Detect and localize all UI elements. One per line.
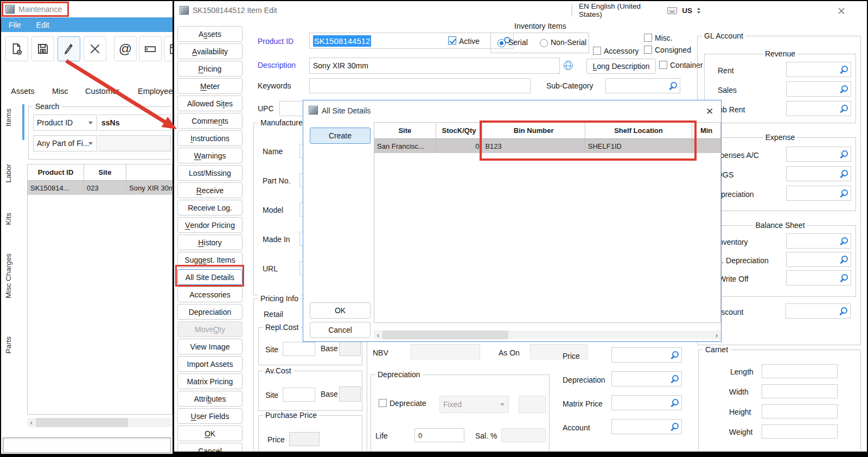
sidebar-button-allowed-sites[interactable]: Allowed Sites	[177, 96, 242, 111]
sidebar-button-depreciation[interactable]: Depreciation	[177, 304, 242, 320]
scroll-thumb[interactable]	[382, 331, 508, 339]
depreciate-checkbox[interactable]	[379, 399, 387, 407]
keywords-input[interactable]	[309, 78, 531, 93]
sidetab-parts[interactable]: Parts	[4, 337, 12, 354]
length-input[interactable]	[762, 364, 838, 378]
search-icon[interactable]	[670, 351, 679, 359]
scroll-left-arrow[interactable]: ‹	[27, 418, 36, 427]
sales-input[interactable]	[786, 81, 851, 97]
search-icon[interactable]	[839, 85, 848, 93]
sidetab-misc-charges[interactable]: Misc Charges	[4, 253, 12, 299]
col-description[interactable]: Description	[126, 164, 173, 180]
expense-depreciation-input[interactable]	[786, 186, 851, 201]
sidebar-button-matrix-pricing[interactable]: Matrix Pricing	[177, 373, 242, 389]
cancel-button[interactable]: Cancel	[310, 322, 371, 338]
description-input[interactable]: Sony XIR 30mm	[309, 58, 560, 74]
non-serial-radio[interactable]	[540, 39, 548, 47]
sidebar-button-receive-log[interactable]: Receive Log.	[177, 200, 242, 215]
tab-misc[interactable]: Misc	[52, 87, 68, 96]
av-cost-site-input[interactable]	[283, 388, 315, 402]
search-field-selector[interactable]: Product ID	[33, 115, 97, 131]
cogs-input[interactable]	[786, 166, 851, 181]
height-input[interactable]	[762, 404, 838, 418]
scroll-right-arrow[interactable]: ›	[712, 331, 721, 339]
product-id-input[interactable]: SK1508144512	[309, 33, 514, 49]
ok-button[interactable]: OK	[310, 302, 371, 319]
calendar-payment-button[interactable]: $	[164, 36, 173, 61]
search-match-mode[interactable]: Any Part of Fi...	[33, 135, 97, 151]
sidetab-kits[interactable]: Kits	[4, 213, 12, 225]
new-item-button[interactable]	[5, 36, 28, 61]
price-lookup-input[interactable]	[611, 347, 682, 363]
active-checkbox[interactable]	[448, 36, 456, 45]
menu-file[interactable]: File	[1, 21, 29, 29]
sidetab-labor[interactable]: Labor	[4, 164, 12, 183]
sidebar-button-accessories[interactable]: Accessories	[177, 287, 242, 302]
sidebar-button-ok[interactable]: OK	[177, 426, 242, 441]
tab-assets[interactable]: Assets	[11, 87, 35, 96]
sidebar-button-vendor-pricing[interactable]: Vendor Pricing	[177, 217, 242, 233]
sidebar-button-import-assets[interactable]: Import Assets	[177, 356, 242, 372]
menu-edit[interactable]: Edit	[29, 21, 57, 29]
sub-rent-input[interactable]	[786, 101, 851, 116]
search-icon[interactable]	[670, 398, 679, 407]
col-site[interactable]: Site	[84, 164, 126, 180]
language-bar[interactable]: EN English (United States) US	[571, 3, 700, 18]
sidebar-button-attributes[interactable]: Attributes	[177, 391, 242, 407]
sidebar-button-history[interactable]: History	[177, 234, 242, 250]
sidebar-button-lost-missing[interactable]: Lost/Missing	[177, 165, 242, 181]
sidebar-button-availability[interactable]: Availability	[177, 43, 242, 59]
scroll-left-arrow[interactable]: ‹	[374, 331, 382, 339]
weight-input[interactable]	[762, 424, 838, 439]
rent-input[interactable]	[786, 62, 851, 77]
sidebar-button-view-image[interactable]: View Image	[177, 339, 242, 354]
close-icon[interactable]: ✕	[837, 5, 846, 17]
close-icon[interactable]: ✕	[706, 106, 713, 117]
consigned-checkbox[interactable]	[644, 46, 652, 54]
sub-category-input[interactable]	[605, 78, 680, 93]
inventory-input[interactable]	[786, 233, 851, 249]
depreciation-method-select[interactable]: Fixed	[439, 396, 509, 413]
sidebar-button-user-fields[interactable]: User Fields	[177, 408, 242, 424]
search-icon[interactable]	[668, 81, 677, 90]
sidebar-button-receive[interactable]: Receive	[177, 182, 242, 198]
results-hscrollbar[interactable]: ‹	[27, 418, 173, 427]
sidebar-button-all-site-details[interactable]: All Site Details	[177, 269, 242, 285]
sidebar-button-comments[interactable]: Comments	[177, 113, 242, 129]
account-lookup-input[interactable]	[611, 419, 682, 434]
write-off-input[interactable]	[786, 270, 851, 285]
long-description-button[interactable]: Long Description	[586, 59, 656, 74]
search-icon[interactable]	[839, 65, 848, 74]
drag-handle[interactable]	[571, 4, 574, 16]
matrix-price-lookup-input[interactable]	[611, 395, 682, 410]
accessory-checkbox[interactable]	[593, 47, 601, 55]
sidebar-button-move-qty[interactable]: Move Qty	[177, 321, 242, 337]
life-input[interactable]: 0	[414, 428, 464, 442]
search-icon[interactable]	[839, 307, 847, 315]
tab-customer[interactable]: Customer	[85, 87, 119, 96]
container-checkbox[interactable]	[659, 61, 667, 69]
table-row[interactable]: San Francisc... 0 B123 SHELF1ID	[374, 139, 720, 153]
delete-button[interactable]	[84, 36, 106, 61]
text-field-button[interactable]	[139, 36, 162, 61]
search-query-input[interactable]: ssNs	[98, 115, 171, 131]
col-min[interactable]: Min	[692, 123, 720, 138]
search-icon[interactable]	[839, 274, 848, 282]
acc-depreciation-input[interactable]	[786, 252, 851, 267]
col-site[interactable]: Site	[374, 123, 436, 138]
sidetab-items[interactable]: Items	[4, 109, 12, 126]
create-button[interactable]: Create	[310, 128, 371, 144]
search-secondary-input[interactable]	[98, 135, 171, 151]
tab-employee[interactable]: Employee	[138, 87, 173, 96]
col-shelf-location[interactable]: Shelf Location	[585, 123, 692, 138]
search-icon[interactable]	[839, 104, 848, 113]
discount-input[interactable]	[786, 303, 851, 319]
search-icon[interactable]	[670, 422, 679, 431]
sidebar-button-meter[interactable]: Meter	[177, 78, 242, 94]
sidebar-button-pricing[interactable]: Pricing	[177, 61, 242, 77]
col-stock-qty[interactable]: StocK/Qty	[436, 123, 483, 138]
sidebar-button-warnings[interactable]: Warnings	[177, 148, 242, 163]
search-icon[interactable]	[839, 150, 848, 158]
repl-cost-site-input[interactable]	[283, 342, 315, 356]
sidebar-button-cancel[interactable]: Cancel	[177, 443, 242, 452]
